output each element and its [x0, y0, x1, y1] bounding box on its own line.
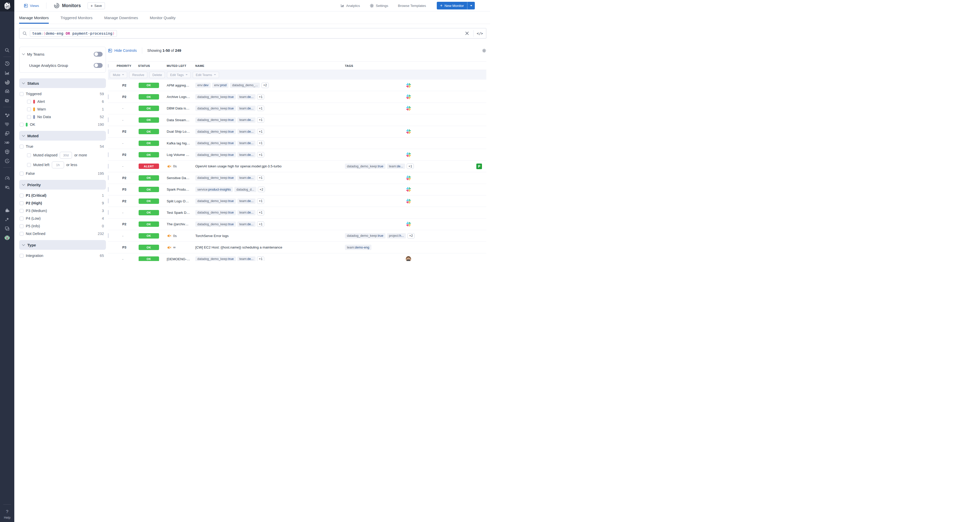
filter-item[interactable]: OK 190 [19, 121, 106, 129]
my-teams-toggle[interactable] [94, 52, 103, 57]
tag-overflow-pill[interactable]: +1 [257, 94, 264, 100]
dashboards-icon[interactable] [0, 96, 14, 105]
code-view-button[interactable]: </> [477, 32, 483, 35]
monitor-name[interactable]: Sensitive Data Redaction Observability P… [167, 176, 195, 180]
select-all-checkbox[interactable] [108, 64, 108, 68]
bulk-action-button[interactable]: Edit Teams [193, 72, 219, 78]
table-row[interactable]: P2 OK Archive Logs to S3 Observability P… [108, 91, 486, 103]
tag-pill[interactable]: env:prod [212, 83, 229, 88]
filter-item[interactable]: Integration 65 [19, 252, 106, 259]
column-header-tags[interactable]: TAGS [345, 64, 472, 67]
filter-section-header[interactable]: Muted [19, 131, 106, 141]
column-header-muted-left[interactable]: MUTED LEFT [167, 64, 195, 67]
bulk-action-button[interactable]: Resolve [129, 72, 147, 78]
clear-search-button[interactable] [464, 30, 470, 36]
views-button[interactable]: Views [24, 3, 39, 8]
tag-overflow-pill[interactable]: +1 [257, 129, 264, 134]
ci-pipelines-icon[interactable] [0, 138, 14, 147]
monitor-name[interactable]: APM aggregation settings changed!!! [167, 83, 195, 87]
integrations-icon[interactable] [0, 206, 14, 214]
save-button[interactable]: + Save [88, 2, 105, 9]
filter-checkbox[interactable] [20, 194, 24, 197]
table-row[interactable]: - OK 0s TorchServe Error logs datadog_de… [108, 230, 486, 241]
tag-pill[interactable]: datadog_demo_keep:true [195, 106, 236, 111]
tag-pill[interactable]: datadog_demo_... [230, 83, 260, 88]
bulk-action-button[interactable]: Edit Tags [167, 72, 191, 78]
tag-pill[interactable]: team:de... [237, 175, 256, 181]
row-checkbox[interactable] [108, 129, 108, 134]
filter-item[interactable]: P3 (Medium) 3 [19, 207, 106, 214]
tag-overflow-pill[interactable]: +1 [257, 141, 264, 146]
settings-button[interactable]: Settings [370, 3, 388, 8]
filter-checkbox[interactable] [20, 217, 24, 221]
filter-item[interactable]: True 54 [19, 143, 106, 150]
my-teams-row[interactable]: My Teams [22, 49, 103, 60]
table-row[interactable]: P2 OK Split Logs Observability Pipeline … [108, 195, 486, 207]
tag-overflow-pill[interactable]: +1 [257, 175, 264, 181]
bulk-action-button[interactable]: Mute [110, 72, 127, 78]
browse-templates-button[interactable]: Browse Templates [398, 4, 426, 8]
filter-checkbox[interactable] [27, 108, 31, 111]
tag-pill[interactable]: team:de... [237, 210, 256, 215]
filter-item[interactable]: P4 (Low) 4 [19, 214, 106, 222]
history-icon[interactable] [0, 59, 14, 68]
infrastructure-icon[interactable] [0, 111, 14, 119]
table-row[interactable]: - ALERT 0s OpenAI token usage high for o… [108, 161, 486, 172]
usage-analytics-row[interactable]: Usage Analytics Group [22, 60, 103, 71]
watchdog-icon[interactable] [0, 87, 14, 96]
tag-pill[interactable]: datadog_demo_keep:true [195, 221, 236, 227]
tag-pill[interactable]: team:de... [237, 141, 256, 146]
apm-icon[interactable] [0, 129, 14, 138]
monitor-name[interactable]: Split Logs Observability Pipeline is not… [167, 199, 195, 203]
filter-checkbox[interactable] [20, 254, 24, 258]
tag-pill[interactable]: datadog_demo_keep:true [195, 175, 236, 181]
monitor-name[interactable]: TorchServe Error logs [195, 234, 345, 238]
filter-item[interactable]: Synthetics 64 [19, 259, 106, 261]
table-row[interactable]: P3 OK ∞ [CW] EC2 Host: {{host.name}} sch… [108, 241, 486, 253]
tag-pill[interactable]: service:product-insights [195, 187, 233, 192]
tag-pill[interactable]: datadog_d... [234, 187, 256, 192]
monitor-name[interactable]: Data Streams Latency is High for service… [167, 118, 195, 122]
tag-pill[interactable]: team:de... [237, 94, 256, 100]
monitor-name[interactable]: [CW] EC2 Host: {{host.name}} scheduling … [195, 246, 345, 249]
filter-item[interactable]: P1 (Critical) 1 [19, 192, 106, 199]
gauge-icon[interactable] [0, 174, 14, 182]
table-row[interactable]: - OK DBM Data is missing for {{hostname.… [108, 103, 486, 114]
filter-item[interactable]: Not Defined 232 [19, 230, 106, 238]
monitor-name[interactable]: The {{archive.name}} log archive is in a… [167, 222, 195, 226]
table-row[interactable]: P2 OK Log Volume Control Observability P… [108, 149, 486, 160]
filter-duration-input[interactable] [60, 152, 72, 159]
filter-checkbox[interactable] [20, 232, 24, 236]
tag-pill[interactable]: team:de... [237, 198, 256, 204]
filter-checkbox[interactable] [27, 153, 31, 157]
tag-pill[interactable]: datadog_demo_keep:true [195, 152, 236, 157]
service-management-icon[interactable] [0, 157, 14, 165]
table-row[interactable]: P2 OK The {{archive.name}} log archive i… [108, 219, 486, 230]
filter-item[interactable]: P2 (High) 9 [19, 199, 106, 207]
metrics-icon[interactable] [0, 69, 14, 77]
tag-pill[interactable]: team:de... [237, 152, 256, 157]
monitors-icon[interactable] [0, 78, 14, 86]
log-explorer-icon[interactable] [0, 183, 14, 192]
tag-pill[interactable]: team:de... [237, 256, 256, 261]
monitor-name[interactable]: [DEMOENG-638] @service by Service [167, 257, 195, 261]
filter-checkbox[interactable] [20, 123, 24, 127]
filter-checkbox[interactable] [20, 92, 24, 96]
row-checkbox[interactable] [108, 187, 108, 192]
workflows-icon[interactable] [0, 224, 14, 233]
filter-checkbox[interactable] [27, 163, 31, 167]
table-row[interactable]: - OK Kafka lag high for service {{servic… [108, 138, 486, 149]
monitor-name[interactable]: Test Spark Data Jobs Monitoring [167, 211, 195, 214]
tag-overflow-pill[interactable]: +1 [257, 256, 264, 261]
bulk-action-button[interactable]: Delete [150, 72, 165, 78]
row-checkbox[interactable] [108, 233, 108, 238]
filter-checkbox[interactable] [20, 172, 24, 176]
filter-checkbox[interactable] [20, 209, 24, 213]
tag-pill[interactable]: team:de... [237, 129, 256, 134]
tab[interactable]: Monitor Quality [150, 11, 176, 24]
search-icon[interactable] [0, 46, 14, 55]
row-checkbox[interactable] [108, 210, 108, 215]
logs-icon[interactable] [0, 120, 14, 129]
filter-checkbox[interactable] [27, 115, 31, 119]
monitor-name[interactable]: Log Volume Control Observability Pipelin… [167, 153, 195, 157]
